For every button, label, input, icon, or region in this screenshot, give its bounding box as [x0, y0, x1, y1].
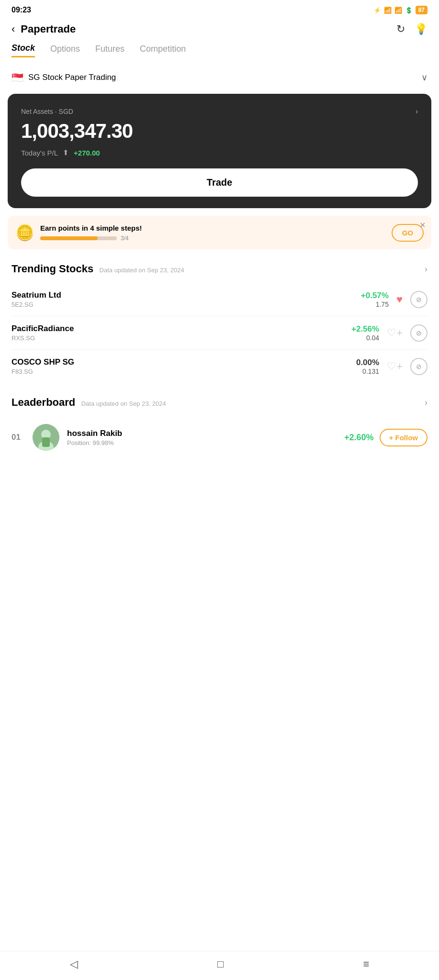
- battery-indicator: 87: [416, 6, 428, 14]
- leader-change: +2.60%: [344, 433, 374, 443]
- follow-button[interactable]: + Follow: [380, 429, 428, 446]
- market-selector-left: 🇸🇬 SG Stock Paper Trading: [11, 72, 116, 83]
- nav-back-icon[interactable]: ◁: [70, 958, 78, 970]
- leader-position: Position: 99.98%: [67, 439, 337, 446]
- earn-go-button[interactable]: GO: [392, 224, 424, 242]
- watchlist-heart-button-3[interactable]: ♡+: [387, 360, 403, 373]
- earn-progress-count: 3/4: [121, 235, 129, 242]
- assets-card: Net Assets · SGD › 1,003,347.30 Today's …: [8, 94, 431, 208]
- settings-icon[interactable]: 💡: [415, 23, 428, 35]
- status-right: ⚡ 📶 📶 💲 87: [373, 6, 428, 14]
- stock-right-2: +2.56% 0.04 ♡+ ⊘: [351, 324, 428, 342]
- avatar-svg: [33, 424, 59, 451]
- refresh-icon[interactable]: ↻: [396, 23, 405, 35]
- stock-info-1: Seatrium Ltd 5E2.SG: [11, 290, 361, 308]
- trade-circle-button-1[interactable]: ⊘: [410, 291, 428, 308]
- bottom-nav: ◁ □ ≡: [0, 951, 439, 980]
- stock-item: PacificRadiance RXS.SG +2.56% 0.04 ♡+ ⊘: [11, 316, 428, 350]
- trade-button[interactable]: Trade: [21, 168, 418, 197]
- stock-info-2: PacificRadiance RXS.SG: [11, 324, 351, 342]
- tab-competition[interactable]: Competition: [140, 44, 186, 57]
- stock-pct-3: 0.00%: [356, 358, 379, 368]
- leaderboard-title: Leaderboard: [11, 396, 75, 408]
- earn-progress-bar: [40, 236, 117, 240]
- header-right: ↻ 💡: [396, 23, 428, 35]
- pnl-row: Today's P/L ⬆ +270.00: [21, 148, 418, 157]
- leaderboard-section: Leaderboard Data updated on Sep 23, 2024…: [0, 396, 439, 458]
- market-name: SG Stock Paper Trading: [28, 73, 116, 82]
- stock-ticker-3: F83.SG: [11, 368, 356, 375]
- back-button[interactable]: ‹: [11, 23, 15, 35]
- leaderboard-section-header: Leaderboard Data updated on Sep 23, 2024…: [0, 396, 439, 409]
- trade-circle-button-3[interactable]: ⊘: [410, 358, 428, 375]
- trending-subtitle: Data updated on Sep 23, 2024: [100, 267, 184, 274]
- trending-section-header: Trending Stocks Data updated on Sep 23, …: [0, 263, 439, 275]
- stock-change-group-1: +0.57% 1.75: [361, 291, 389, 308]
- assets-chevron-right-icon[interactable]: ›: [416, 107, 418, 116]
- watchlist-heart-button-1[interactable]: ♥: [396, 293, 403, 306]
- stock-item: Seatrium Ltd 5E2.SG +0.57% 1.75 ♥ ⊘: [11, 283, 428, 316]
- status-bar: 09:23 ⚡ 📶 📶 💲 87: [0, 0, 439, 18]
- header-left: ‹ Papertrade: [11, 23, 76, 35]
- stock-list: Seatrium Ltd 5E2.SG +0.57% 1.75 ♥ ⊘ Paci…: [11, 283, 428, 383]
- leader-right: +2.60% + Follow: [344, 429, 428, 446]
- stock-change-group-3: 0.00% 0.131: [356, 358, 379, 375]
- page-title: Papertrade: [21, 23, 76, 35]
- leaderboard-chevron-right-icon[interactable]: ›: [425, 398, 428, 408]
- assets-value: 1,003,347.30: [21, 120, 418, 143]
- stock-name-3: COSCO SHP SG: [11, 357, 356, 367]
- stock-item: COSCO SHP SG F83.SG 0.00% 0.131 ♡+ ⊘: [11, 350, 428, 383]
- stock-pct-1: +0.57%: [361, 291, 389, 301]
- stock-price-1: 1.75: [361, 301, 389, 308]
- pnl-value: +270.00: [74, 149, 100, 157]
- share-icon[interactable]: ⬆: [63, 148, 69, 157]
- market-flag: 🇸🇬: [11, 72, 23, 83]
- pnl-label: Today's P/L: [21, 149, 58, 157]
- market-selector[interactable]: 🇸🇬 SG Stock Paper Trading ∨: [0, 67, 439, 88]
- earn-coin-icon: 🪙: [15, 223, 34, 242]
- signal-icon: 📶: [384, 7, 392, 14]
- nav-menu-icon[interactable]: ≡: [363, 958, 370, 970]
- earn-content: Earn points in 4 simple steps! 3/4: [40, 224, 386, 242]
- stock-price-2: 0.04: [351, 334, 379, 342]
- trending-title-group: Trending Stocks Data updated on Sep 23, …: [11, 263, 184, 275]
- earn-progress-fill: [40, 236, 98, 240]
- trade-circle-button-2[interactable]: ⊘: [410, 324, 428, 342]
- stock-ticker-1: 5E2.SG: [11, 301, 361, 308]
- stock-name-1: Seatrium Ltd: [11, 290, 361, 300]
- watchlist-heart-button-2[interactable]: ♡+: [387, 327, 403, 339]
- stock-pct-2: +2.56%: [351, 324, 379, 334]
- leaderboard-subtitle: Data updated on Sep 23, 2024: [81, 400, 166, 407]
- leaderboard-title-group: Leaderboard Data updated on Sep 23, 2024: [11, 396, 166, 409]
- tab-futures[interactable]: Futures: [95, 44, 124, 57]
- bluetooth-icon: ⚡: [373, 7, 381, 14]
- assets-label-row: Net Assets · SGD ›: [21, 107, 418, 116]
- earn-banner: 🪙 Earn points in 4 simple steps! 3/4 GO …: [8, 216, 431, 249]
- avatar: [33, 424, 59, 451]
- leader-info: hossain Rakib Position: 99.98%: [67, 429, 337, 446]
- trending-chevron-right-icon[interactable]: ›: [425, 264, 428, 274]
- stock-ticker-2: RXS.SG: [11, 334, 351, 342]
- tab-stock[interactable]: Stock: [11, 43, 35, 57]
- trending-title: Trending Stocks: [11, 263, 93, 275]
- stock-name-2: PacificRadiance: [11, 324, 351, 334]
- leaderboard-item: 01 hossain Rakib Position: 99.98% +2.60%…: [0, 416, 439, 458]
- signal-icon-2: 📶: [394, 7, 402, 14]
- rank-number: 01: [11, 433, 25, 442]
- dollar-badge: 💲: [405, 7, 413, 14]
- stock-info-3: COSCO SHP SG F83.SG: [11, 357, 356, 375]
- nav-home-icon[interactable]: □: [217, 958, 224, 970]
- header: ‹ Papertrade ↻ 💡: [0, 18, 439, 43]
- stock-price-3: 0.131: [356, 368, 379, 375]
- avatar-image: [33, 424, 59, 451]
- tab-options[interactable]: Options: [50, 44, 80, 57]
- stock-change-group-2: +2.56% 0.04: [351, 324, 379, 342]
- assets-label: Net Assets · SGD: [21, 108, 73, 115]
- stock-right-3: 0.00% 0.131 ♡+ ⊘: [356, 358, 428, 375]
- svg-rect-3: [42, 437, 50, 447]
- stock-right-1: +0.57% 1.75 ♥ ⊘: [361, 291, 428, 308]
- leader-name: hossain Rakib: [67, 429, 337, 438]
- status-time: 09:23: [11, 6, 31, 14]
- earn-close-icon[interactable]: ✕: [419, 221, 426, 230]
- earn-title: Earn points in 4 simple steps!: [40, 224, 386, 232]
